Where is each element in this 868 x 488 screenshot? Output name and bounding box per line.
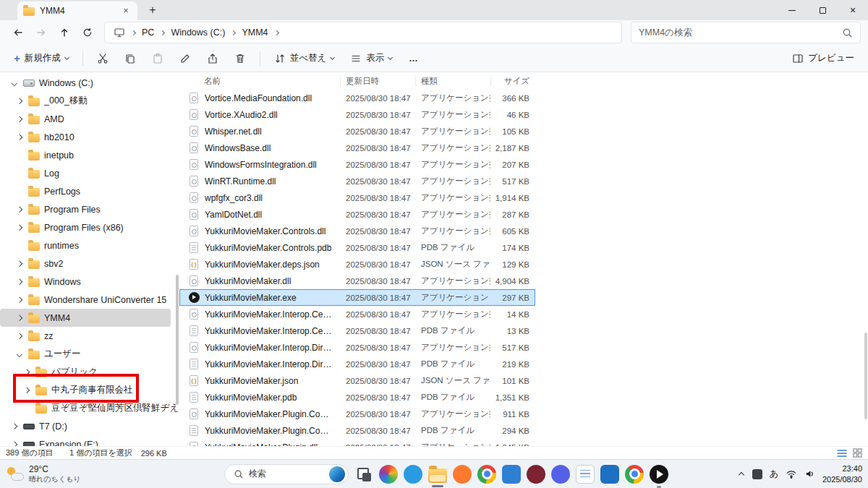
chevron-right-icon[interactable] [15, 260, 24, 268]
chevron-right-icon[interactable] [15, 296, 24, 304]
column-header-type[interactable]: 種類 [415, 72, 490, 90]
chevron-right-icon[interactable] [15, 115, 24, 124]
chevron-right-icon[interactable] [15, 133, 24, 142]
column-header-name[interactable]: 名前 [188, 72, 340, 90]
sidebar-item-users[interactable]: ユーザー [0, 345, 179, 363]
file-row[interactable]: YukkuriMovieMaker.Plugin.Community.pdb20… [179, 422, 535, 439]
chrome-icon[interactable] [477, 465, 496, 484]
new-button[interactable]: 新規作成 [7, 48, 75, 69]
chevron-down-icon[interactable] [15, 350, 24, 359]
sidebar-item-inetpub[interactable]: inetpub [0, 146, 179, 164]
breadcrumb-windows-c[interactable]: Windows (C:) [171, 27, 225, 38]
chevron-down-icon[interactable] [10, 79, 19, 87]
chevron-right-icon[interactable] [10, 422, 19, 431]
explorer-tab[interactable]: YMM4 [17, 1, 137, 20]
sidebar-item-windows[interactable]: Windows [0, 273, 179, 291]
sidebar-item-expansion-e[interactable]: Expansion (E:) [0, 435, 179, 446]
back-button[interactable] [7, 22, 29, 43]
sidebar-item-windows-c[interactable]: Windows (C:) [0, 74, 179, 92]
file-row[interactable]: WindowsFormsIntegration.dll2025/08/30 18… [179, 156, 535, 173]
details-view-toggle[interactable] [837, 449, 847, 458]
share-button[interactable] [200, 48, 225, 69]
sidebar-item-ymm4[interactable]: YMM4 [0, 309, 171, 327]
sort-button[interactable]: 並べ替え [268, 48, 341, 69]
sidebar-item-amd[interactable]: AMD [0, 110, 179, 128]
file-row[interactable]: YukkuriMovieMaker.Controls.dll2025/08/30… [179, 223, 535, 239]
maximize-button[interactable] [807, 0, 838, 20]
sidebar-item-program-files-x86[interactable]: Program Files (x86) [0, 218, 179, 236]
column-header-size[interactable]: サイズ [490, 72, 535, 90]
sidebar-item-perflogs[interactable]: PerfLogs [0, 182, 179, 200]
taskbar-clock[interactable]: 23:40 2025/08/30 [822, 463, 862, 484]
file-row[interactable]: YukkuriMovieMaker.dll2025/08/30 18:47アプリ… [179, 273, 535, 289]
search-box[interactable]: YMM4の検索 [631, 22, 861, 43]
large-icons-view-toggle[interactable] [853, 448, 862, 458]
file-row[interactable]: wpfgfx_cor3.dll2025/08/30 18:47アプリケーション拡… [179, 189, 535, 206]
chevron-right-icon[interactable] [15, 314, 24, 322]
yukkuri-movie-maker-icon[interactable] [650, 465, 668, 484]
taskbar-weather-widget[interactable]: 29°C 晴れのちくもり [6, 460, 80, 488]
sidebar-item-program-files[interactable]: Program Files [0, 200, 179, 218]
breadcrumb-ymm4[interactable]: YMM4 [242, 27, 268, 38]
file-row[interactable]: WinRT.Runtime.dll2025/08/30 18:47アプリケーショ… [179, 173, 535, 189]
chevron-right-icon[interactable] [15, 205, 24, 214]
preview-button[interactable]: プレビュー [786, 48, 861, 69]
sidebar-scrollbar[interactable] [176, 275, 179, 405]
ime-indicator[interactable]: あ [770, 468, 778, 480]
firefox-icon[interactable] [453, 465, 472, 484]
file-row[interactable]: WindowsBase.dll2025/08/30 18:47アプリケーション拡… [179, 140, 535, 156]
pinwheel-app-icon[interactable] [527, 465, 545, 484]
chevron-right-icon[interactable] [15, 332, 24, 341]
tab-close-icon[interactable] [120, 6, 132, 16]
file-row[interactable]: YukkuriMovieMaker.Plugin.Community.dll20… [179, 406, 535, 422]
sidebar-item-zz[interactable]: zz [0, 327, 179, 345]
file-row[interactable]: YukkuriMovieMaker.Interop.DirectShow.dll… [179, 339, 535, 356]
copy-button[interactable] [118, 48, 142, 69]
tray-app-icon[interactable] [752, 469, 762, 479]
file-row[interactable]: YukkuriMovieMaker.Controls.pdb2025/08/30… [179, 239, 535, 256]
sidebar-item-runtimes[interactable]: runtimes [0, 236, 179, 254]
file-row[interactable]: YukkuriMovieMaker.Plugin.dll2025/08/30 1… [179, 439, 535, 446]
new-tab-button[interactable] [145, 2, 161, 18]
forward-button[interactable] [30, 22, 52, 43]
search-highlight-image[interactable] [329, 466, 345, 482]
rename-button[interactable] [173, 48, 197, 69]
file-row[interactable]: Vortice.XAudio2.dll2025/08/30 18:47アプリケー… [179, 106, 535, 123]
column-header-modified[interactable]: 更新日時 [340, 72, 415, 90]
hidden-icons-chevron[interactable] [739, 471, 745, 477]
more-options-button[interactable]: … [401, 48, 426, 69]
start-button[interactable] [200, 465, 218, 484]
volume-icon[interactable] [804, 469, 815, 479]
breadcrumb-pc[interactable]: PC [142, 27, 154, 38]
chevron-right-icon[interactable] [15, 223, 24, 232]
sidebar-item-sbv2[interactable]: sbv2 [0, 254, 179, 273]
minimize-button[interactable] [777, 0, 807, 20]
edge-icon[interactable] [404, 465, 422, 484]
delete-button[interactable] [228, 48, 252, 69]
file-row[interactable]: YamlDotNet.dll2025/08/30 18:47アプリケーション拡張… [179, 206, 535, 223]
microsoft-store-icon[interactable] [502, 465, 521, 484]
file-row[interactable]: Whisper.net.dll2025/08/30 18:47アプリケーション拡… [179, 123, 535, 140]
outlook-icon[interactable] [600, 465, 619, 484]
photos-icon[interactable] [379, 465, 398, 484]
file-row[interactable]: YukkuriMovieMaker.Interop.CeVIO.pdb2025/… [179, 322, 535, 339]
file-row[interactable]: YukkuriMovieMaker.Interop.DirectShow.p..… [179, 356, 535, 372]
chevron-right-icon[interactable] [10, 440, 19, 447]
sidebar-item-wondershare-uniconverter-15[interactable]: Wondershare UniConverter 15 [0, 291, 179, 309]
sidebar-item-000-idou[interactable]: _000_移動 [0, 92, 179, 110]
close-button[interactable] [838, 0, 868, 20]
breadcrumb[interactable]: PC Windows (C:) YMM4 [104, 22, 622, 43]
refresh-button[interactable] [77, 22, 98, 43]
sidebar-item-t7-d[interactable]: T7 (D:) [0, 417, 179, 435]
file-row[interactable]: YukkuriMovieMaker.Interop.CeVIO.dll2025/… [179, 306, 535, 322]
chevron-right-icon[interactable] [15, 97, 24, 106]
notepad-icon[interactable] [576, 465, 595, 484]
cut-button[interactable] [90, 48, 115, 69]
paste-button[interactable] [145, 48, 170, 69]
file-row[interactable]: YukkuriMovieMaker.json2025/08/30 18:47JS… [179, 372, 535, 389]
chevron-right-icon[interactable] [15, 278, 24, 286]
sidebar-item-log[interactable]: Log [0, 164, 179, 182]
file-row[interactable]: YukkuriMovieMaker.pdb2025/08/30 18:47PDB… [179, 389, 535, 406]
chrome-2-icon[interactable] [625, 465, 644, 484]
task-view-icon[interactable] [354, 465, 373, 484]
